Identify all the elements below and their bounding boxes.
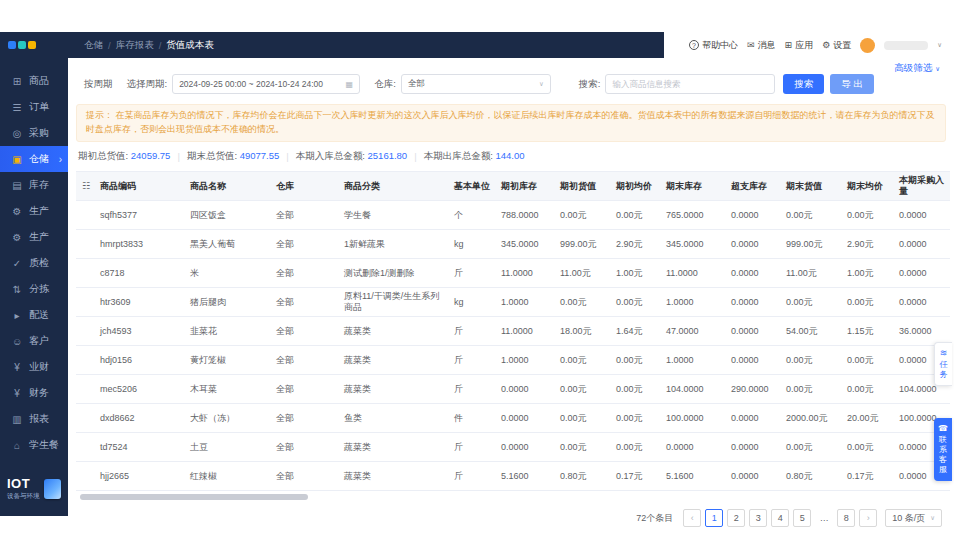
sidebar-item-finance[interactable]: ¥财务 bbox=[0, 380, 68, 406]
table-cell: 1.0000 bbox=[497, 346, 556, 375]
page-button-3[interactable]: 3 bbox=[749, 509, 767, 527]
table-header-row: ☷商品编码商品名称仓库商品分类基本单位期初库存期初货值期初均价期末库存超支库存期… bbox=[76, 171, 950, 201]
breadcrumb-item: 货值成本表 bbox=[166, 39, 214, 52]
customer-icon: ☺ bbox=[11, 336, 23, 347]
grid-action[interactable]: ⊞应用 bbox=[785, 39, 814, 52]
table-cell: 999.00元 bbox=[782, 230, 843, 259]
sidebar-item-warehouse[interactable]: ▣仓储 bbox=[0, 146, 68, 172]
table-cell: 47.0000 bbox=[662, 317, 727, 346]
period-mode-label[interactable]: 按周期 bbox=[84, 78, 113, 91]
chevron-down-icon[interactable]: ∨ bbox=[937, 41, 942, 49]
table-cell: 54.00元 bbox=[782, 317, 843, 346]
table-cell: 0.0000 bbox=[727, 433, 782, 462]
page: ⊞商品☰订单◎采购▣仓储▤库存⚙生产⚙生产✓质检⇅分拣▸配送☺客户¥业财¥财务▥… bbox=[0, 0, 954, 553]
table-cell: 0.00元 bbox=[782, 201, 843, 230]
page-ellipsis: … bbox=[815, 509, 833, 527]
table-cell: 1.0000 bbox=[662, 346, 727, 375]
table-cell: 猪后腿肉 bbox=[186, 288, 272, 317]
table-cell: 全部 bbox=[272, 433, 340, 462]
table-cell: 0.00元 bbox=[843, 288, 895, 317]
sidebar-item-biz-finance[interactable]: ¥业财 bbox=[0, 354, 68, 380]
table-cell: 5.1600 bbox=[497, 462, 556, 491]
sidebar-item-orders[interactable]: ☰订单 bbox=[0, 94, 68, 120]
column-header: 超支库存 bbox=[727, 171, 782, 201]
search-button[interactable]: 搜索 bbox=[783, 74, 824, 94]
logo-mark-yellow bbox=[28, 41, 36, 49]
summary-bar: 期初总货值: 24059.75|期末总货值: 49077.55|本期入库总金额:… bbox=[76, 150, 946, 163]
table-cell: 0.0000 bbox=[895, 259, 950, 288]
page-button-4[interactable]: 4 bbox=[771, 509, 789, 527]
column-header: 商品名称 bbox=[186, 171, 272, 201]
table-cell: 斤 bbox=[450, 462, 497, 491]
column-settings-icon[interactable]: ☷ bbox=[76, 171, 96, 201]
gear-action[interactable]: ⚙设置 bbox=[822, 39, 851, 52]
search-input[interactable] bbox=[605, 74, 775, 94]
meal-icon: ⌂ bbox=[11, 440, 23, 451]
page-size-value: 10 条/页 bbox=[892, 512, 925, 525]
sidebar-item-inventory[interactable]: ▤库存 bbox=[0, 172, 68, 198]
warehouse-label: 仓库: bbox=[374, 78, 396, 91]
warning-alert: 提示： 在某商品库存为负的情况下，库存均价会在此商品下一次入库时更新为的这次入库… bbox=[76, 104, 946, 142]
sidebar-item-report[interactable]: ▥报表 bbox=[0, 406, 68, 432]
sidebar-item-goods[interactable]: ⊞商品 bbox=[0, 68, 68, 94]
table-cell: 100.0000 bbox=[662, 404, 727, 433]
page-button-1[interactable]: 1 bbox=[705, 509, 723, 527]
biz-finance-icon: ¥ bbox=[11, 362, 23, 373]
table-cell: 全部 bbox=[272, 230, 340, 259]
summary-label: 本期入库总金额: bbox=[296, 150, 368, 161]
warehouse-select[interactable]: 全部 ∨ bbox=[401, 74, 551, 94]
page-button-8[interactable]: 8 bbox=[837, 509, 855, 527]
summary-value: 49077.55 bbox=[240, 150, 280, 161]
sidebar-item-qc[interactable]: ✓质检 bbox=[0, 250, 68, 276]
sidebar-item-production[interactable]: ⚙生产 bbox=[0, 198, 68, 224]
date-range-picker[interactable]: 2024-09-25 00:00 ~ 2024-10-24 24:00 ▦ bbox=[172, 74, 360, 94]
table-cell: 5.1600 bbox=[662, 462, 727, 491]
table-cell: 2.90元 bbox=[612, 230, 662, 259]
page-size-select[interactable]: 10 条/页∨ bbox=[885, 509, 942, 527]
table-cell: 斤 bbox=[450, 317, 497, 346]
page-button-5[interactable]: 5 bbox=[793, 509, 811, 527]
table-cell: 0.0000 bbox=[727, 404, 782, 433]
sidebar-item-label: 配送 bbox=[29, 308, 49, 322]
next-page-button[interactable]: › bbox=[859, 509, 877, 527]
table-cell: 0.0000 bbox=[727, 230, 782, 259]
sidebar-item-purchase[interactable]: ◎采购 bbox=[0, 120, 68, 146]
sidebar-item-production[interactable]: ⚙生产 bbox=[0, 224, 68, 250]
bell-action[interactable]: ✉消息 bbox=[747, 39, 776, 52]
sidebar-item-delivery[interactable]: ▸配送 bbox=[0, 302, 68, 328]
avatar[interactable] bbox=[860, 38, 875, 53]
table-body: sqfh5377四区饭盒全部学生餐个788.00000.00元0.00元765.… bbox=[76, 201, 950, 491]
export-button[interactable]: 导 出 bbox=[830, 74, 874, 94]
advanced-filter-link[interactable]: 高级筛选 ∨ bbox=[894, 62, 940, 75]
table-row: dxd8662大虾（冻）全部鱼类件0.00000.00元0.00元100.000… bbox=[76, 404, 950, 433]
task-panel-button[interactable]: ≋ 任务 bbox=[934, 342, 952, 386]
table-cell: 0.00元 bbox=[556, 404, 612, 433]
table-cell: 0.00元 bbox=[612, 375, 662, 404]
table-cell: 0.0000 bbox=[497, 404, 556, 433]
help-action[interactable]: ?帮助中心 bbox=[689, 39, 738, 52]
table-cell: 0.00元 bbox=[782, 375, 843, 404]
sidebar-item-meal[interactable]: ⌂学生餐 bbox=[0, 432, 68, 458]
scrollbar-thumb[interactable] bbox=[80, 494, 308, 500]
table-cell: 0.00元 bbox=[556, 346, 612, 375]
alert-prefix: 提示： bbox=[86, 110, 113, 120]
table-cell: 1.0000 bbox=[497, 288, 556, 317]
gear-icon: ⚙ bbox=[822, 40, 830, 50]
breadcrumb-item[interactable]: 仓储 bbox=[84, 39, 103, 52]
app-logo[interactable] bbox=[0, 32, 68, 58]
prev-page-button[interactable]: ‹ bbox=[683, 509, 701, 527]
sidebar-item-sorting[interactable]: ⇅分拣 bbox=[0, 276, 68, 302]
table-cell: 11.00元 bbox=[782, 259, 843, 288]
table-cell: c8718 bbox=[96, 259, 186, 288]
table-row: htr3609猪后腿肉全部原料11/干调类/生生系列商品kg1.00000.00… bbox=[76, 288, 950, 317]
orders-icon: ☰ bbox=[11, 102, 23, 113]
table-cell: dxd8662 bbox=[96, 404, 186, 433]
page-button-2[interactable]: 2 bbox=[727, 509, 745, 527]
report-icon: ▥ bbox=[11, 414, 23, 425]
sidebar-item-customer[interactable]: ☺客户 bbox=[0, 328, 68, 354]
table-cell: jch4593 bbox=[96, 317, 186, 346]
table-cell: 0.00元 bbox=[782, 433, 843, 462]
breadcrumb-item[interactable]: 库存报表 bbox=[116, 39, 154, 52]
contact-support-button[interactable]: ☎ 联系客服 bbox=[934, 418, 952, 481]
sidebar-item-label: 订单 bbox=[29, 100, 49, 114]
